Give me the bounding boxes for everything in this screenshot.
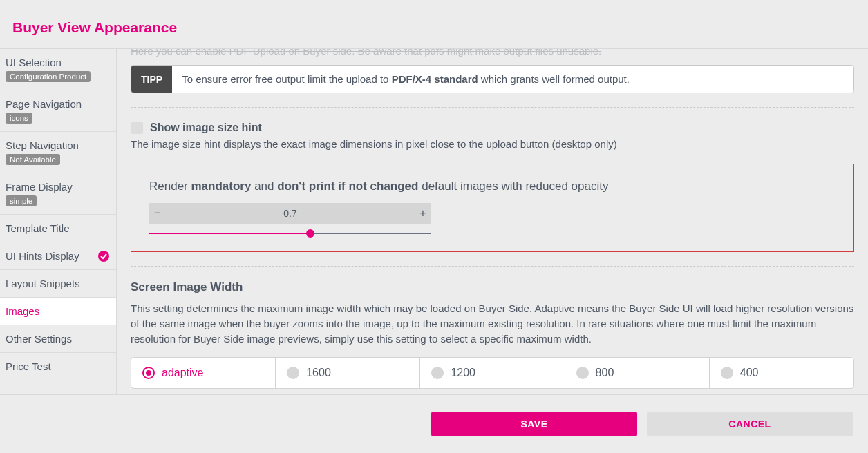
radio-icon <box>142 367 155 379</box>
tipp-text-before: To ensure error free output limit the up… <box>182 73 392 85</box>
sidebar-item-label: Page Navigation <box>6 98 82 110</box>
show-image-size-hint-row[interactable]: Show image size hint <box>131 122 854 134</box>
show-image-size-hint-checkbox[interactable] <box>131 122 143 134</box>
opacity-stepper: − 0.7 + <box>149 203 431 224</box>
sidebar: UI SelectionConfiguration ProductPage Na… <box>0 49 117 394</box>
sidebar-item-badge: Configuration Product <box>6 71 91 82</box>
slider-thumb[interactable] <box>306 229 314 238</box>
show-image-size-hint-help: The image size hint displays the exact i… <box>131 138 854 150</box>
cancel-button[interactable]: CANCEL <box>647 412 853 436</box>
sidebar-item-label: Template Title <box>6 222 70 234</box>
tipp-text-after: which grants well formed output. <box>478 73 630 85</box>
radio-label: 1200 <box>451 367 475 379</box>
sidebar-item-images[interactable]: Images <box>0 298 116 325</box>
opacity-slider[interactable] <box>149 228 431 239</box>
tipp-text: To ensure error free output limit the up… <box>172 66 639 93</box>
radio-label: 800 <box>596 367 614 379</box>
t-mid: and <box>251 180 277 193</box>
tipp-label: TIPP <box>131 66 172 93</box>
opacity-decrease-button[interactable]: − <box>149 203 166 224</box>
divider <box>131 266 854 267</box>
slider-fill <box>149 233 310 234</box>
radio-icon <box>721 367 733 379</box>
radio-icon <box>431 367 444 379</box>
t-pre: Render <box>149 180 191 193</box>
t-post: default images with reduced opacity <box>418 180 608 193</box>
screen-width-option-adaptive[interactable]: adaptive <box>131 358 276 388</box>
sidebar-item-label: UI Selection <box>6 57 62 68</box>
screen-width-option-800[interactable]: 800 <box>565 358 710 388</box>
sidebar-item-price-test[interactable]: Price Test <box>0 353 116 380</box>
sidebar-item-badge: icons <box>6 113 32 124</box>
sidebar-item-ui-selection[interactable]: UI SelectionConfiguration Product <box>0 49 116 90</box>
screen-width-option-400[interactable]: 400 <box>710 358 853 388</box>
show-image-size-hint-label: Show image size hint <box>150 122 262 134</box>
sidebar-item-frame-display[interactable]: Frame Displaysimple <box>0 173 116 215</box>
radio-icon <box>287 367 299 379</box>
screen-image-width-help: This setting determines the maximum imag… <box>131 301 854 346</box>
opacity-setting-box: Render mandatory and don't print if not … <box>131 164 854 252</box>
page-title: Buyer View Appearance <box>0 0 868 49</box>
sidebar-item-label: Price Test <box>6 360 51 372</box>
screen-width-option-1200[interactable]: 1200 <box>420 358 565 388</box>
radio-label: 1600 <box>306 367 331 379</box>
sidebar-item-label: Frame Display <box>6 181 73 193</box>
sidebar-item-page-navigation[interactable]: Page Navigationicons <box>0 90 116 132</box>
sidebar-item-badge: simple <box>6 195 37 206</box>
opacity-value[interactable]: 0.7 <box>166 208 415 219</box>
sidebar-item-label: Other Settings <box>6 333 72 345</box>
radio-icon <box>576 367 589 379</box>
sidebar-item-other-settings[interactable]: Other Settings <box>0 325 116 353</box>
screen-image-width-radio-group: adaptive16001200800400 <box>131 357 854 389</box>
radio-label: 400 <box>740 367 759 379</box>
radio-label: adaptive <box>162 367 204 379</box>
sidebar-item-label: Images <box>6 305 39 317</box>
cutoff-description: Here you can enable PDF Upload on Buyer … <box>131 49 854 57</box>
check-icon <box>98 251 109 262</box>
divider <box>131 107 854 108</box>
main-content: Here you can enable PDF Upload on Buyer … <box>117 49 868 394</box>
tipp-text-bold: PDF/X-4 standard <box>392 73 478 85</box>
sidebar-item-step-navigation[interactable]: Step NavigationNot Available <box>0 132 116 173</box>
sidebar-item-ui-hints-display[interactable]: UI Hints Display <box>0 242 116 270</box>
sidebar-item-template-title[interactable]: Template Title <box>0 215 116 242</box>
screen-width-option-1600[interactable]: 1600 <box>276 358 420 388</box>
sidebar-item-label: UI Hints Display <box>6 250 79 262</box>
sidebar-item-label: Step Navigation <box>6 139 79 151</box>
t-b2: don't print if not changed <box>277 180 418 193</box>
screen-image-width-heading: Screen Image Width <box>131 280 854 294</box>
sidebar-item-label: Layout Snippets <box>6 278 80 289</box>
opacity-setting-title: Render mandatory and don't print if not … <box>149 180 836 193</box>
footer-bar: SAVE CANCEL <box>0 394 868 453</box>
sidebar-item-badge: Not Available <box>6 154 60 165</box>
save-button[interactable]: SAVE <box>431 412 637 436</box>
opacity-increase-button[interactable]: + <box>415 203 431 224</box>
tipp-box: TIPP To ensure error free output limit t… <box>131 65 854 93</box>
t-b1: mandatory <box>191 180 251 193</box>
sidebar-item-layout-snippets[interactable]: Layout Snippets <box>0 270 116 298</box>
